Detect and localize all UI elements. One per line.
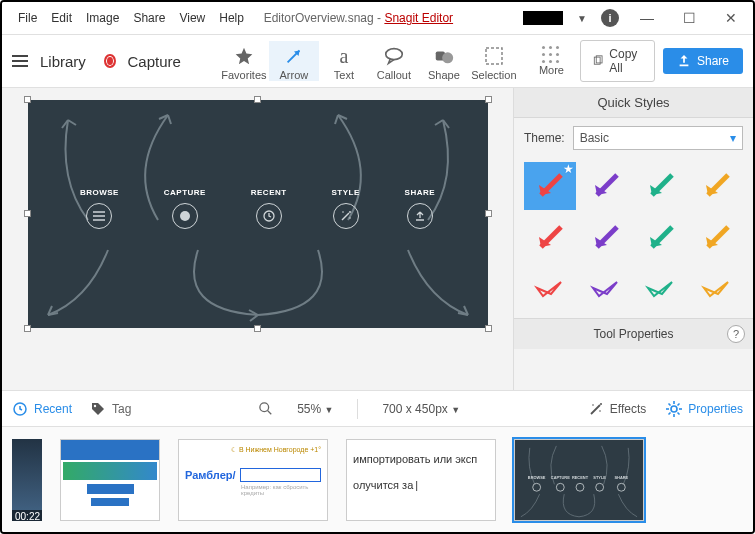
style-swatch[interactable] [691, 266, 743, 314]
maximize-button[interactable]: ☐ [675, 4, 703, 32]
resize-handle[interactable] [24, 210, 31, 217]
canvas-item-style: STYLE [331, 188, 359, 229]
menu-edit[interactable]: Edit [51, 11, 72, 25]
tool-selection[interactable]: Selection [469, 41, 519, 81]
main-toolbar: Library Capture Favorites Arrow a Text [2, 34, 753, 88]
tray-thumb-selected[interactable]: BROWSECAPTURERECENTSTYLESHARE snag [514, 439, 644, 521]
resize-handle[interactable] [485, 210, 492, 217]
effects-button[interactable]: Effects [588, 401, 646, 417]
resize-handle[interactable] [254, 325, 261, 332]
canvas-item-recent: RECENT [251, 188, 287, 229]
tray-thumb[interactable] [60, 439, 160, 521]
style-swatch[interactable] [636, 266, 688, 314]
svg-rect-4 [486, 48, 502, 64]
resize-handle[interactable] [24, 96, 31, 103]
dropdown-caret-icon[interactable]: ▼ [577, 13, 587, 24]
menu-view[interactable]: View [179, 11, 205, 25]
style-swatch[interactable] [580, 214, 632, 262]
copy-all-button[interactable]: Copy All [580, 40, 655, 82]
help-button[interactable]: ? [727, 325, 745, 343]
hamburger-icon[interactable] [12, 55, 28, 67]
svg-line-27 [268, 410, 272, 414]
canvas-item-browse: BROWSE [80, 188, 119, 229]
tool-group: Favorites Arrow a Text Callout [219, 41, 519, 81]
canvas-item-share: SHARE [405, 188, 436, 229]
style-swatch[interactable] [524, 266, 576, 314]
svg-text:BROWSE: BROWSE [528, 475, 546, 480]
thumb-text: импортировать или эксп [353, 446, 489, 472]
menu-file[interactable]: File [18, 11, 37, 25]
svg-point-28 [600, 403, 602, 405]
library-button[interactable]: Library [40, 53, 86, 70]
resize-handle[interactable] [485, 96, 492, 103]
style-swatch[interactable] [580, 266, 632, 314]
capture-tray[interactable]: 00:22 ☾ В Нижнем Новгороде +1° Рамблер/ … [2, 426, 753, 532]
svg-point-49 [617, 483, 625, 491]
canvas-selection[interactable]: BROWSE CAPTURE RECENT STYLE SHARE [28, 100, 488, 328]
svg-point-25 [94, 404, 96, 406]
upload-icon [407, 203, 433, 229]
menu-share[interactable]: Share [133, 11, 165, 25]
star-icon [234, 45, 254, 67]
style-swatch[interactable]: ★ [524, 162, 576, 210]
style-swatch[interactable] [636, 162, 688, 210]
resize-handle[interactable] [24, 325, 31, 332]
app-window: File Edit Image Share View Help EditorOv… [0, 0, 755, 534]
svg-point-29 [592, 404, 594, 406]
info-icon[interactable]: i [601, 9, 619, 27]
tray-thumb[interactable]: 00:22 [12, 439, 42, 521]
record-icon [104, 54, 116, 68]
more-tools-button[interactable]: More [539, 46, 564, 76]
tool-shape[interactable]: Shape [419, 41, 469, 81]
resize-handle[interactable] [254, 96, 261, 103]
status-bar: Recent Tag 55% ▼ 700 x 450px ▼ Effects P… [2, 390, 753, 426]
style-swatch[interactable] [580, 162, 632, 210]
share-button[interactable]: Share [663, 48, 743, 74]
svg-line-38 [678, 403, 680, 405]
clock-icon [12, 401, 28, 417]
svg-point-3 [442, 52, 453, 63]
callout-icon [383, 45, 405, 67]
close-button[interactable]: ✕ [717, 4, 745, 32]
style-swatch[interactable] [691, 214, 743, 262]
redacted-box [523, 11, 563, 25]
capture-button[interactable]: Capture [128, 53, 181, 70]
tool-callout[interactable]: Callout [369, 41, 419, 81]
canvas-area[interactable]: BROWSE CAPTURE RECENT STYLE SHARE [2, 88, 513, 390]
tool-favorites[interactable]: Favorites [219, 41, 269, 81]
dots-icon [542, 46, 560, 64]
tool-arrow[interactable]: Arrow [269, 41, 319, 81]
tray-thumb[interactable]: импортировать или эксп олучится за| [346, 439, 496, 521]
theme-select[interactable]: Basic ▾ [573, 126, 743, 150]
content-area: BROWSE CAPTURE RECENT STYLE SHARE [2, 88, 753, 390]
style-swatch[interactable] [524, 214, 576, 262]
resize-handle[interactable] [485, 325, 492, 332]
titlebar-right: ▼ i — ☐ ✕ [523, 4, 745, 32]
properties-button[interactable]: Properties [666, 401, 743, 417]
thumb-text: Рамблер/ [185, 469, 236, 481]
tool-properties-header[interactable]: Tool Properties ? [514, 318, 753, 349]
minimize-button[interactable]: — [633, 4, 661, 32]
tool-text[interactable]: a Text [319, 41, 369, 81]
recent-tab[interactable]: Recent [12, 401, 72, 417]
style-swatch[interactable] [636, 214, 688, 262]
svg-point-14 [349, 217, 351, 219]
search-icon[interactable] [259, 402, 273, 416]
tray-thumb[interactable]: ☾ В Нижнем Новгороде +1° Рамблер/ Наприм… [178, 439, 328, 521]
theme-label: Theme: [524, 131, 565, 145]
menu-help[interactable]: Help [219, 11, 244, 25]
style-swatch[interactable] [691, 162, 743, 210]
zoom-dropdown[interactable]: 55% ▼ [297, 402, 333, 416]
svg-text:SHARE: SHARE [614, 475, 628, 480]
svg-text:RECENT: RECENT [572, 475, 589, 480]
svg-point-47 [576, 483, 584, 491]
svg-point-48 [596, 483, 604, 491]
canvas-image[interactable]: BROWSE CAPTURE RECENT STYLE SHARE [28, 100, 488, 328]
title-appname: Snagit Editor [384, 11, 453, 25]
svg-line-36 [669, 403, 671, 405]
dimensions-dropdown[interactable]: 700 x 450px ▼ [382, 402, 460, 416]
tag-tab[interactable]: Tag [90, 401, 131, 417]
wand-icon [333, 203, 359, 229]
menu-image[interactable]: Image [86, 11, 119, 25]
text-icon: a [339, 45, 348, 67]
